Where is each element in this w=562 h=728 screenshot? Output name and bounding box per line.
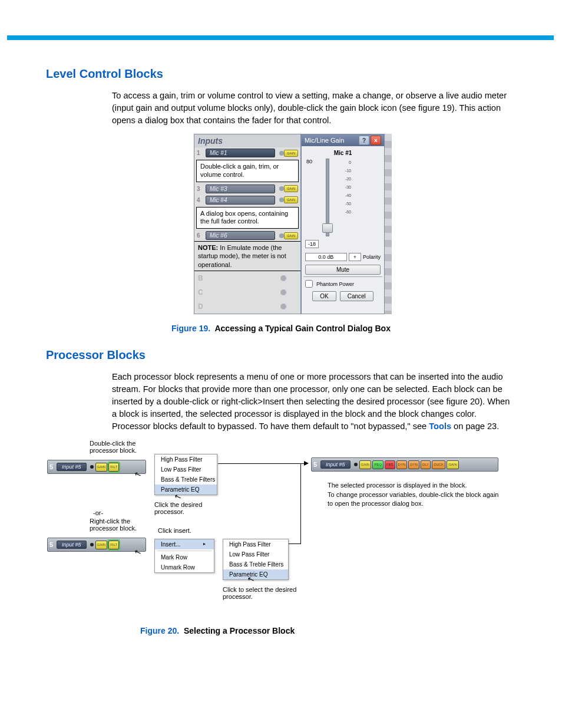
tick: -30 [337, 183, 351, 192]
fader-slider[interactable] [320, 159, 333, 235]
gray-row: D [194, 299, 300, 314]
block[interactable]: GAIN [447, 460, 459, 469]
menu-item[interactable]: Bass & Treble Filters [155, 475, 217, 485]
arrow-line [289, 543, 300, 544]
gain-block[interactable]: GAIN [284, 232, 298, 239]
label-selected: The selected processor is displayed in t… [328, 481, 504, 490]
filter-menu: High Pass Filter Low Pass Filter Bass & … [154, 454, 217, 495]
figure-20: Double-click the processor block. 5 Inpu… [46, 440, 516, 617]
menu-item[interactable]: High Pass Filter [223, 539, 288, 549]
row-chip[interactable]: Mic #3 [206, 185, 275, 193]
menu-item[interactable]: Bass & Treble Filters [223, 559, 288, 569]
menu-item[interactable]: Low Pass Filter [223, 549, 288, 559]
strip-num: 5 [49, 541, 57, 548]
led-icon [279, 233, 284, 238]
dot-icon [280, 289, 286, 295]
label-or: -or- [93, 509, 103, 516]
row-num: 3 [197, 186, 204, 192]
strip-name[interactable]: Input #5 [320, 460, 351, 469]
block[interactable]: DUCK [432, 460, 445, 469]
row-num: 1 [197, 150, 204, 156]
tick: -20 [337, 175, 351, 183]
figure20-caption: Figure 20. Selecting a Processor Block [140, 626, 516, 635]
inputs-panel: Inputs 1 Mic #1 GAIN Double-click a gain… [194, 134, 301, 314]
top-rule [7, 35, 554, 40]
menu-item-insert[interactable]: Insert... [155, 539, 214, 549]
ok-button[interactable]: OK [312, 291, 336, 301]
menu-item[interactable]: Mark Row [155, 552, 214, 562]
label-doubleclick: Double-click the processor block. [90, 440, 160, 454]
block-filter-selected[interactable]: FILT [108, 463, 119, 472]
input-strip: 5 Input #5 GAIN FILT [47, 460, 146, 474]
menu-separator [157, 551, 211, 551]
tools-link[interactable]: Tools [429, 421, 451, 431]
block-filter-selected[interactable]: FILT [108, 541, 119, 549]
heading-processor: Processor Blocks [46, 348, 516, 362]
tick: 0 [337, 159, 351, 167]
strip-name[interactable]: Input #5 [57, 463, 87, 471]
tick: -50 [337, 200, 351, 208]
body-post: on page 23. [451, 421, 499, 431]
input-row: 6 Mic #6 GAIN [194, 230, 300, 241]
arrowhead-icon [304, 461, 309, 466]
note-label: NOTE: [198, 244, 218, 251]
strip-num: 5 [313, 461, 320, 468]
tick: -10 [337, 167, 351, 175]
note-box: NOTE: In Emulate mode (the startup mode)… [194, 241, 300, 271]
row-chip[interactable]: Mic #6 [206, 231, 275, 240]
input-strip: 5 Input #5 GAIN FILT [47, 538, 146, 552]
menu-item[interactable]: High Pass Filter [155, 454, 217, 465]
close-button[interactable]: × [371, 136, 381, 145]
separator [303, 276, 382, 277]
submenu: High Pass Filter Low Pass Filter Bass & … [223, 539, 289, 580]
block[interactable]: FBS [385, 460, 395, 469]
arrow-line [300, 463, 301, 544]
body-processor: Each processor block represents a menu o… [112, 371, 516, 433]
caption-prefix: Figure 19. [171, 324, 210, 333]
block-gain[interactable]: GAIN [95, 463, 108, 472]
gain-dialog: Mic/Line Gain ? × Mic #1 80 0 [301, 134, 385, 314]
gray-label: B [198, 274, 203, 282]
mute-button[interactable]: Mute [305, 265, 381, 275]
db-field[interactable]: 0.0 dB [305, 253, 347, 261]
led-icon [90, 465, 94, 469]
block[interactable]: DYN [408, 460, 419, 469]
strip-name[interactable]: Input #5 [57, 541, 87, 549]
input-row: 3 Mic #3 GAIN [194, 183, 300, 195]
menu-item[interactable]: Low Pass Filter [155, 465, 217, 475]
label-rightclick: Right-click the processor block. [90, 518, 160, 532]
block[interactable]: DLY [421, 460, 431, 469]
gray-label: D [198, 302, 203, 311]
led-icon [279, 197, 284, 202]
menu-item-highlight[interactable]: Parametric EQ [223, 569, 288, 579]
meter-ticks: 0 -10 -20 -30 -40 -50 -60 [337, 159, 351, 235]
label-result: The selected processor is displayed in t… [328, 481, 504, 508]
row-chip[interactable]: Mic #4 [206, 196, 275, 205]
fader-readout: -18 [305, 240, 319, 248]
gain-block[interactable]: GAIN [284, 196, 298, 203]
phantom-label: Phantom Power [316, 281, 354, 287]
input-row: 1 Mic #1 GAIN [194, 147, 300, 159]
label-click-proc: Click the desired processor. [154, 501, 225, 515]
phantom-checkbox[interactable] [305, 280, 313, 288]
help-button[interactable]: ? [359, 136, 369, 145]
cancel-button[interactable]: Cancel [340, 291, 373, 301]
fader-thumb[interactable] [322, 223, 333, 233]
led-icon [90, 543, 94, 546]
gain-block[interactable]: GAIN [284, 150, 298, 157]
row-chip[interactable]: Mic #1 [206, 149, 275, 157]
gain-block[interactable]: GAIN [284, 185, 298, 192]
context-menu: Insert... Mark Row Unmark Row [154, 539, 214, 573]
menu-item[interactable]: Unmark Row [155, 562, 214, 572]
tick: -40 [337, 192, 351, 200]
polarity-toggle[interactable]: + [349, 253, 361, 261]
menu-item-highlight[interactable]: Parametric EQ [155, 485, 217, 495]
block[interactable]: GAIN [359, 460, 372, 469]
block-gain[interactable]: GAIN [95, 541, 108, 549]
gray-row: C [194, 285, 300, 299]
block-peq[interactable]: PEQ [372, 460, 384, 469]
block[interactable]: DYN [396, 460, 408, 469]
dialog-titlebar[interactable]: Mic/Line Gain ? × [302, 134, 384, 146]
dialog-title: Mic/Line Gain [305, 137, 344, 144]
dot-icon [280, 304, 286, 309]
